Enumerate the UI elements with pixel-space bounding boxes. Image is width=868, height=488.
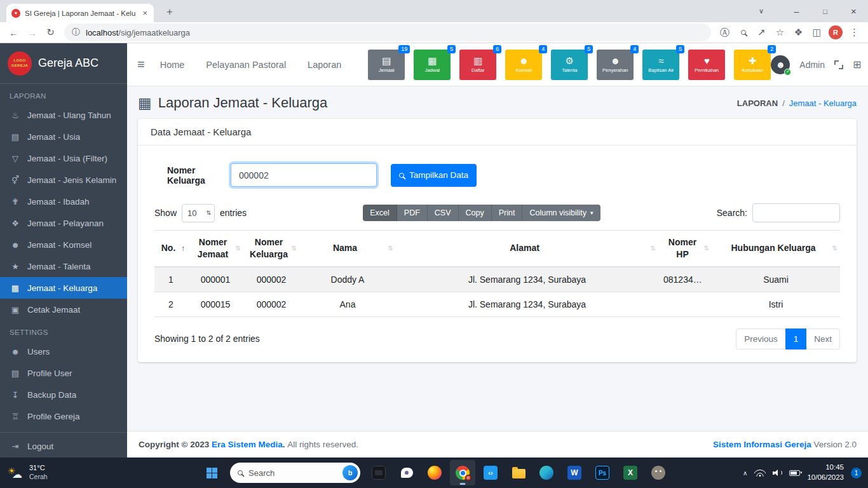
sidebar-item-users[interactable]: ☻Users [0, 341, 127, 362]
tab-search-chevron-icon[interactable]: ∨ [748, 0, 775, 22]
brand[interactable]: LOGOGEREJA Gereja ABC [0, 43, 127, 84]
company-link[interactable]: Era Sistem Media [212, 440, 283, 449]
previous-page-button[interactable]: Previous [736, 329, 786, 349]
chrome-icon[interactable]: R [450, 460, 475, 485]
photoshop-icon[interactable]: Ps [590, 460, 615, 485]
column-header-nama[interactable]: Nama⇅ [299, 231, 396, 267]
battery-icon[interactable] [789, 470, 800, 476]
sidebar-item-jemaat-usia[interactable]: ▤Jemaat - Usia [0, 126, 127, 147]
sidebar-item-jemaat-keluarga[interactable]: ▦Jemaat - Keluarga [0, 277, 127, 299]
sidebar-item-jemaat-pelayanan[interactable]: ❖Jemaat - Pelayanan [0, 212, 127, 234]
sidebar-item-backup-data[interactable]: ↧Backup Data [0, 384, 127, 405]
translate-icon[interactable]: Ⓐ [716, 24, 733, 41]
extensions-icon[interactable]: ❖ [790, 24, 807, 41]
column-header-nomer-jemaat[interactable]: Nomer Jemaat⇅ [187, 231, 243, 267]
column-visibility-button[interactable]: Column visibility▾ [522, 205, 600, 221]
tab-close-icon[interactable]: × [141, 8, 149, 18]
breadcrumb-root[interactable]: LAPORAN [737, 98, 778, 108]
gimp-icon[interactable] [646, 460, 671, 485]
sort-icon: ⇅ [236, 244, 241, 253]
tile-talenta[interactable]: 5⚙Talenta [551, 50, 588, 80]
tile-komsel[interactable]: 4☻Komsel [505, 50, 542, 80]
window-minimize-button[interactable]: – [782, 0, 811, 22]
fullscreen-icon[interactable] [834, 60, 843, 69]
edge-icon[interactable] [534, 460, 559, 485]
sidebar-item-profile-user[interactable]: ▤Profile User [0, 362, 127, 384]
admin-avatar[interactable]: ☻✓ [771, 55, 790, 74]
media-app-icon[interactable] [366, 460, 391, 485]
chat-icon[interactable] [394, 460, 419, 485]
print-icon: ▣ [10, 305, 21, 315]
sidebar-item-jemaat-talenta[interactable]: ★Jemaat - Talenta [0, 255, 127, 277]
reload-icon[interactable]: ↻ [42, 24, 59, 41]
site-info-icon[interactable]: ⓘ [72, 27, 80, 38]
wifi-icon[interactable] [754, 469, 766, 477]
bookmark-star-icon[interactable]: ☆ [771, 24, 789, 41]
word-icon[interactable]: W [562, 460, 587, 485]
sidebar-item-cetak-jemaat[interactable]: ▣Cetak Jemaat [0, 299, 127, 320]
tile-pernikahan[interactable]: ♥Pernikahan [688, 50, 725, 80]
next-page-button[interactable]: Next [806, 329, 840, 349]
sidebar-item-jemaat-komsel[interactable]: ☻Jemaat - Komsel [0, 234, 127, 255]
forward-icon[interactable]: → [24, 24, 41, 41]
nomer-keluarga-input[interactable] [231, 163, 377, 187]
column-header-nomer-hp[interactable]: Nomer HP⇅ [658, 231, 712, 267]
browser-tab[interactable]: ♥ SI Gereja | Laporan Jemaat - Kelu × [6, 4, 154, 22]
tile-baptisan-air[interactable]: 5≈Baptisan Air [642, 50, 679, 80]
sidebar-item-jemaat-ibadah[interactable]: ✟Jemaat - Ibadah [0, 191, 127, 212]
window-maximize-button[interactable]: □ [811, 0, 839, 22]
vscode-icon[interactable]: ‹› [478, 460, 503, 485]
sidebar-item-jemaat-usia-filter[interactable]: ▽Jemaat - Usia (Filter) [0, 147, 127, 169]
page-1-button[interactable]: 1 [785, 329, 807, 349]
sidebar-item-logout[interactable]: ⇥Logout [0, 435, 127, 457]
column-header-hubungan-keluarga[interactable]: Hubungan Keluarga⇅ [712, 231, 840, 267]
excel-button[interactable]: Excel [363, 205, 397, 221]
taskbar-search[interactable]: Search b [230, 463, 360, 483]
hamburger-icon[interactable]: ≡ [137, 57, 145, 72]
nav-link-pelayanan-pastoral[interactable]: Pelayanan Pastoral [206, 60, 286, 70]
nav-link-home[interactable]: Home [160, 60, 185, 70]
window-close-button[interactable]: × [839, 0, 868, 22]
tile-jadwal[interactable]: 5▦Jadwal [414, 50, 451, 80]
sidebar-item-jemaat-ulang-tahun[interactable]: ♨Jemaat - Ulang Tahun [0, 104, 127, 126]
idcard-icon: ▦ [10, 283, 21, 293]
volume-icon[interactable] [773, 469, 782, 477]
back-icon[interactable]: ← [5, 24, 22, 41]
tile-daftar[interactable]: 6▥Daftar [459, 50, 496, 80]
tampilkan-data-button[interactable]: Tampilkan Data [391, 164, 477, 187]
start-button[interactable] [199, 460, 224, 485]
table-search-input[interactable] [752, 203, 840, 222]
nav-link-laporan[interactable]: Laporan [308, 60, 341, 70]
grid-menu-icon[interactable]: ⊞ [853, 58, 861, 71]
column-header-nomer-keluarga[interactable]: Nomer Keluarga⇅ [243, 231, 299, 267]
sidebar-item-jemaat-jenis-kelamin[interactable]: ⚥Jemaat - Jenis Kelamin [0, 169, 127, 191]
url-bar[interactable]: ⓘ localhost/sig/jemaatkeluarga [64, 24, 711, 41]
column-header-alamat[interactable]: Alamat⇅ [396, 231, 658, 267]
tile-penyerahan[interactable]: 4☻Penyerahan [597, 50, 634, 80]
print-button[interactable]: Print [492, 205, 523, 221]
pdf-button[interactable]: PDF [397, 205, 428, 221]
tile-jemaat[interactable]: 19▤Jemaat [368, 50, 405, 80]
share-icon[interactable]: ↗ [753, 24, 770, 41]
excel-icon[interactable]: X [618, 460, 643, 485]
table-row: 2 000015 000002 Ana Jl. Semarang 1234, S… [154, 292, 840, 316]
column-header-no[interactable]: No.↑ [154, 231, 187, 267]
csv-button[interactable]: CSV [428, 205, 459, 221]
notification-badge[interactable]: 1 [851, 468, 862, 478]
firefox-icon[interactable] [422, 460, 447, 485]
tile-kedukaan[interactable]: 2✚Kedukaan [734, 50, 771, 80]
tray-expand-icon[interactable]: ∧ [743, 470, 747, 477]
browser-profile-avatar[interactable]: R [829, 25, 843, 39]
copy-button[interactable]: Copy [459, 205, 492, 221]
weather-widget[interactable]: ☀☁ 31°CCerah [0, 458, 55, 488]
page-length-select[interactable]: 10⇅ [182, 204, 215, 222]
browser-menu-icon[interactable]: ⋮ [846, 24, 863, 41]
side-panel-icon[interactable]: ◫ [808, 24, 825, 41]
zoom-icon[interactable] [735, 24, 752, 41]
file-explorer-icon[interactable] [506, 460, 531, 485]
export-buttons: Excel PDF CSV Copy Print Column visibili… [363, 205, 600, 221]
new-tab-button[interactable]: + [161, 4, 178, 20]
sidebar-item-profile-gereja[interactable]: ♖Profile Gereja [0, 405, 127, 427]
clock[interactable]: 10:4510/06/2023 [807, 463, 844, 482]
admin-name[interactable]: Admin [799, 60, 825, 70]
